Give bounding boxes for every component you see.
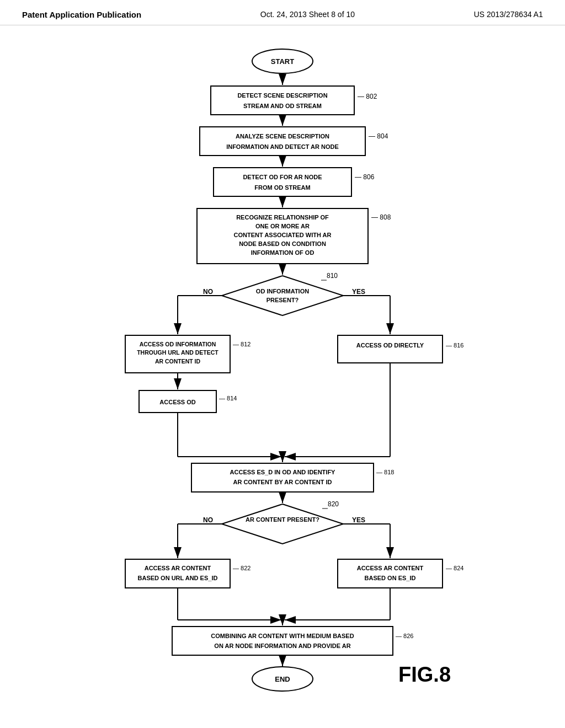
svg-text:YES: YES [352, 288, 365, 296]
svg-text:ACCESS ES_D IN OD AND IDENTIFY: ACCESS ES_D IN OD AND IDENTIFY [230, 469, 336, 475]
svg-text:STREAM AND OD STREAM: STREAM AND OD STREAM [243, 103, 322, 109]
diagram-area: START DETECT SCENE DESCRIPTION STREAM AN… [0, 25, 565, 704]
svg-marker-57 [222, 504, 343, 544]
svg-text:ACCESS OD: ACCESS OD [159, 399, 195, 405]
svg-text:ANALYZE SCENE DESCRIPTION: ANALYZE SCENE DESCRIPTION [236, 133, 329, 140]
svg-text:— 806: — 806 [355, 173, 375, 181]
page-header: Patent Application Publication Oct. 24, … [0, 0, 565, 25]
svg-marker-24 [222, 276, 343, 315]
svg-text:— 814: — 814 [219, 395, 237, 402]
label-802: — 802 [358, 93, 377, 100]
svg-text:INFORMATION OF OD: INFORMATION OF OD [251, 249, 315, 256]
svg-rect-3 [211, 86, 354, 115]
svg-text:ONE OR MORE AR: ONE OR MORE AR [255, 223, 310, 229]
svg-text:FROM OD STREAM: FROM OD STREAM [254, 184, 310, 191]
svg-text:AR CONTENT ID: AR CONTENT ID [155, 358, 201, 365]
header-center: Oct. 24, 2013 Sheet 8 of 10 [260, 10, 355, 19]
svg-text:— 812: — 812 [233, 341, 250, 347]
svg-text:ON AR NODE INFORMATION AND PRO: ON AR NODE INFORMATION AND PROVIDE AR [214, 643, 350, 649]
svg-text:ACCESS OD INFORMATION: ACCESS OD INFORMATION [140, 341, 216, 347]
svg-text:— 818: — 818 [376, 469, 394, 475]
svg-text:BASED ON URL AND ES_ID: BASED ON URL AND ES_ID [138, 575, 218, 581]
svg-text:— 804: — 804 [369, 132, 388, 140]
svg-text:AR CONTENT BY AR CONTENT ID: AR CONTENT BY AR CONTENT ID [233, 479, 332, 485]
svg-rect-11 [214, 168, 351, 196]
svg-text:820: 820 [328, 500, 339, 508]
svg-rect-67 [125, 559, 230, 588]
svg-text:— 816: — 816 [446, 342, 463, 349]
svg-text:NO: NO [203, 516, 213, 524]
svg-text:ACCESS AR CONTENT: ACCESS AR CONTENT [145, 565, 211, 571]
svg-text:— 824: — 824 [446, 565, 463, 571]
svg-text:AR CONTENT PRESENT?: AR CONTENT PRESENT? [246, 516, 319, 523]
start-label: START [271, 57, 294, 66]
svg-text:THROUGH URL AND DETECT: THROUGH URL AND DETECT [137, 349, 218, 356]
end-label: END [275, 675, 290, 683]
svg-text:— 808: — 808 [371, 213, 391, 221]
svg-text:OD INFORMATION: OD INFORMATION [256, 288, 309, 295]
svg-text:— 826: — 826 [396, 633, 413, 639]
svg-rect-71 [338, 559, 443, 588]
svg-text:RECOGNIZE RELATIONSHIP OF: RECOGNIZE RELATIONSHIP OF [236, 214, 329, 221]
svg-text:NODE BASED ON CONDITION: NODE BASED ON CONDITION [239, 240, 326, 247]
svg-rect-52 [191, 463, 374, 492]
svg-text:DETECT OD FOR AR NODE: DETECT OD FOR AR NODE [243, 174, 322, 180]
svg-rect-6 [200, 127, 365, 156]
svg-text:COMBINING AR CONTENT WITH MEDI: COMBINING AR CONTENT WITH MEDIUM BASED [211, 633, 354, 639]
header-right: US 2013/278634 A1 [474, 10, 543, 19]
svg-rect-40 [338, 335, 443, 363]
svg-text:CONTENT ASSOCIATED WITH AR: CONTENT ASSOCIATED WITH AR [234, 232, 332, 238]
svg-text:NO: NO [203, 288, 213, 296]
svg-text:— 822: — 822 [233, 565, 250, 571]
svg-text:INFORMATION AND DETECT AR NODE: INFORMATION AND DETECT AR NODE [226, 143, 339, 150]
header-left: Patent Application Publication [22, 10, 141, 19]
svg-rect-80 [172, 627, 393, 655]
step-802: DETECT SCENE DESCRIPTION [237, 92, 327, 99]
svg-text:810: 810 [327, 272, 338, 280]
svg-text:ACCESS OD DIRECTLY: ACCESS OD DIRECTLY [356, 342, 424, 349]
svg-text:BASED ON ES_ID: BASED ON ES_ID [365, 575, 416, 581]
flowchart-svg: START DETECT SCENE DESCRIPTION STREAM AN… [89, 42, 476, 693]
svg-text:YES: YES [352, 516, 365, 524]
svg-text:ACCESS AR CONTENT: ACCESS AR CONTENT [357, 565, 424, 571]
svg-text:PRESENT?: PRESENT? [266, 297, 299, 303]
fig-label: FIG.8 [398, 663, 451, 686]
